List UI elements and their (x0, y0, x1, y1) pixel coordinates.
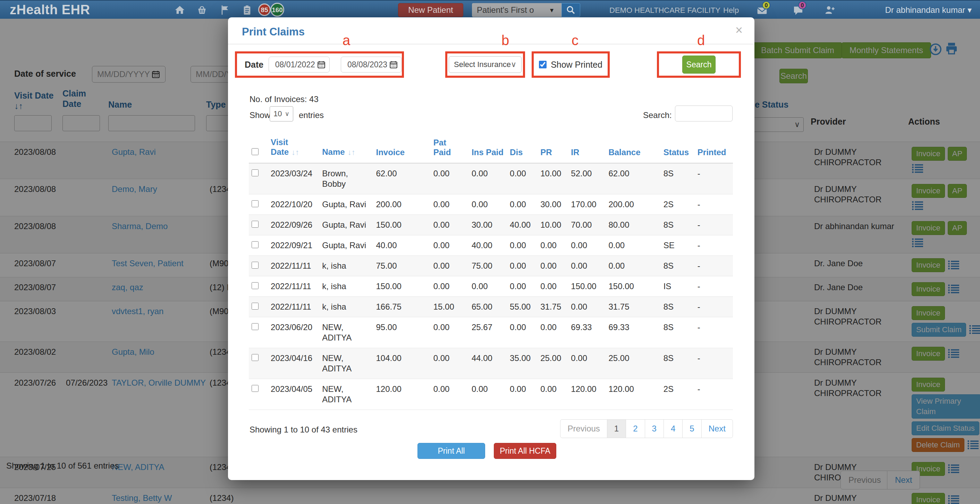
cell-ins_paid: 0.00 (469, 163, 507, 195)
cell-name: k, isha (319, 297, 373, 317)
row-select-cell (249, 163, 268, 195)
invoice-row: 2023/06/20NEW, ADITYA95.000.0025.670.000… (249, 317, 733, 348)
chat-icon[interactable]: 0 (792, 5, 804, 16)
cell-ir: 0.00 (568, 297, 606, 317)
row-checkbox[interactable] (251, 241, 259, 248)
cell-ins_paid: 30.00 (469, 215, 507, 235)
annotation-letter-b: b (501, 33, 509, 48)
print-all-button[interactable]: Print All (417, 443, 485, 459)
col-header-status[interactable]: Status (661, 135, 695, 163)
cell-pr: 31.75 (538, 297, 568, 317)
row-checkbox[interactable] (251, 323, 259, 330)
show-printed-checkbox[interactable] (539, 61, 547, 69)
pagination-next[interactable]: Next (702, 419, 733, 438)
cell-visit: 2022/09/21 (268, 235, 319, 256)
facility-name[interactable]: DEMO HEALTHCARE FACILITY (609, 6, 721, 15)
invoices-header-row: Visit Date↓↑Name↓↑InvoicePat PaidIns Pai… (249, 135, 733, 163)
row-checkbox[interactable] (251, 262, 259, 269)
home-icon[interactable] (174, 5, 185, 16)
modal-search-button[interactable]: Search (682, 56, 716, 73)
cell-balance: 25.00 (606, 348, 660, 379)
modal-entries-summary: Showing 1 to 10 of 43 entries (250, 425, 358, 435)
sort-icon[interactable]: ↓↑ (345, 148, 355, 156)
col-header-ins-paid[interactable]: Ins Paid (469, 135, 507, 163)
row-checkbox[interactable] (251, 169, 259, 176)
col-header-printed[interactable]: Printed (695, 135, 733, 163)
col-header-invoice[interactable]: Invoice (374, 135, 431, 163)
cell-name: NEW, ADITYA (319, 317, 373, 348)
cell-dis: 40.00 (507, 215, 538, 235)
insurance-select[interactable]: Select Insurance ∨ (449, 56, 522, 73)
new-patient-button[interactable]: New Patient (398, 3, 463, 17)
appointments-count-badge[interactable]: 160 (270, 3, 284, 17)
row-checkbox[interactable] (251, 385, 259, 392)
cell-name: NEW, ADITYA (319, 348, 373, 379)
col-header-name[interactable]: Name↓↑ (319, 135, 373, 163)
col-header-ir[interactable]: IR (568, 135, 606, 163)
col-header-label: IR (571, 148, 579, 157)
row-select-cell (249, 256, 268, 276)
select-all-header[interactable] (249, 135, 268, 163)
date-from-input[interactable] (269, 57, 330, 73)
add-user-icon[interactable] (824, 5, 836, 16)
nav-search-button[interactable] (562, 3, 580, 17)
pagination-5[interactable]: 5 (682, 419, 702, 438)
row-checkbox[interactable] (251, 200, 259, 207)
cell-ins_paid: 0.00 (469, 379, 507, 410)
flag-icon[interactable] (219, 5, 231, 16)
col-header-dis[interactable]: Dis (507, 135, 538, 163)
cell-pr: 0.00 (538, 276, 568, 297)
pagination-4[interactable]: 4 (663, 419, 682, 438)
pagination-previous[interactable]: Previous (560, 419, 607, 438)
mail-icon[interactable]: 0 (757, 5, 768, 16)
cell-pat_paid: 0.00 (431, 215, 469, 235)
row-checkbox[interactable] (251, 303, 259, 309)
patient-search-input[interactable]: Patient's First o (472, 3, 544, 17)
patient-search-caret-icon[interactable]: ▾ (542, 3, 562, 17)
invoice-row: 2022/10/20Gupta, Ravi200.000.000.000.003… (249, 195, 733, 215)
cell-balance: 69.33 (606, 317, 660, 348)
cell-invoice: 120.00 (374, 379, 431, 410)
cell-printed: - (695, 195, 733, 215)
cell-pr: 25.00 (538, 348, 568, 379)
col-header-balance[interactable]: Balance (606, 135, 660, 163)
cell-dis: 55.00 (507, 297, 538, 317)
chevron-down-icon: ∨ (511, 60, 516, 69)
pagination-3[interactable]: 3 (645, 419, 664, 438)
help-link[interactable]: Help (723, 6, 739, 15)
col-header-pat-paid[interactable]: Pat Paid (431, 135, 469, 163)
print-all-hcfa-button[interactable]: Print All HCFA (494, 443, 556, 459)
pagination-2[interactable]: 2 (626, 419, 645, 438)
col-header-pr[interactable]: PR (538, 135, 568, 163)
brand-logo[interactable]: zHealth EHR (10, 2, 90, 18)
cell-visit: 2023/03/24 (268, 163, 319, 195)
row-checkbox[interactable] (251, 354, 259, 361)
cell-ir: 52.00 (568, 163, 606, 195)
entries-per-page-select[interactable]: 10 ∨ (270, 106, 293, 121)
pagination-1[interactable]: 1 (607, 419, 626, 438)
cell-pat_paid: 0.00 (431, 256, 469, 276)
cart-icon[interactable] (196, 5, 207, 16)
cell-dis: 0.00 (507, 163, 538, 195)
cell-ir: 0.00 (568, 348, 606, 379)
clipboard-icon[interactable] (242, 5, 253, 16)
cell-status: 8S (661, 256, 695, 276)
cell-pr: 0.00 (538, 379, 568, 410)
close-icon[interactable]: × (735, 23, 743, 37)
col-header-label: Balance (608, 148, 640, 157)
cell-dis: 0.00 (507, 195, 538, 215)
cell-printed: - (695, 276, 733, 297)
visits-count-badge[interactable]: 85 (258, 3, 271, 16)
date-to-input[interactable] (341, 57, 402, 73)
modal-table-search-input[interactable] (675, 105, 733, 121)
select-all-checkbox[interactable] (251, 148, 259, 155)
row-checkbox[interactable] (251, 221, 259, 228)
user-menu[interactable]: Dr abhinandan kumar ▾ (885, 5, 972, 15)
col-header-visit-date[interactable]: Visit Date↓↑ (268, 135, 319, 163)
cell-ins_paid: 65.00 (469, 297, 507, 317)
row-select-cell (249, 348, 268, 379)
row-checkbox[interactable] (251, 282, 259, 289)
sort-icon[interactable]: ↓↑ (289, 148, 299, 156)
invoice-row: 2022/09/26Gupta, Ravi150.000.0030.0040.0… (249, 215, 733, 235)
cell-printed: - (695, 348, 733, 379)
